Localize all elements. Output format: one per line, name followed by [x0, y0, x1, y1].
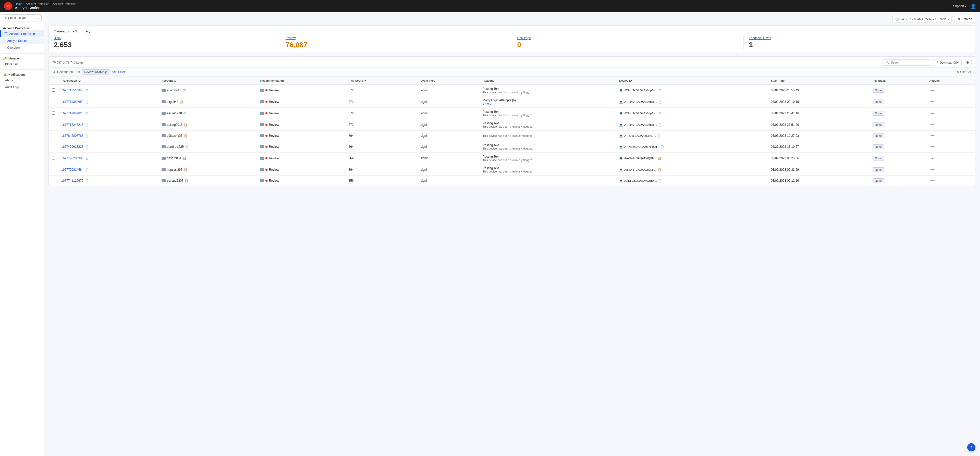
refresh-button[interactable]: ↻ Refresh: [954, 16, 975, 22]
service-selector[interactable]: ⊞ Select service ▾: [2, 14, 41, 21]
table-settings-button[interactable]: ⚙: [964, 59, 972, 66]
copy-icon[interactable]: 📋: [85, 168, 89, 171]
row-checkbox[interactable]: [52, 100, 55, 103]
transaction-id-link[interactable]: 1677420613228: [61, 145, 83, 148]
transaction-id-link[interactable]: 1677719388659: [61, 100, 83, 103]
actions-menu-button[interactable]: •••: [929, 87, 936, 93]
feedback-badge[interactable]: None: [873, 122, 884, 127]
user-icon-button[interactable]: 👤: [970, 3, 976, 9]
transaction-id-link[interactable]: 1677718247215: [61, 123, 83, 127]
col-header-recommendation[interactable]: Recommendation: [257, 76, 345, 85]
feedback-badge[interactable]: None: [873, 111, 884, 116]
actions-menu-button[interactable]: •••: [929, 144, 936, 149]
actions-menu-button[interactable]: •••: [929, 122, 936, 127]
col-header-device-id[interactable]: Device ID: [616, 76, 768, 85]
device-copy-icon[interactable]: 📋: [658, 157, 661, 160]
add-filter-button[interactable]: Add Filter: [112, 70, 125, 74]
breadcrumb-home[interactable]: Home: [15, 2, 22, 5]
feedback-badge[interactable]: None: [873, 88, 884, 93]
row-checkbox[interactable]: [52, 168, 55, 171]
account-copy-icon[interactable]: 📋: [184, 123, 187, 127]
col-header-risk-score[interactable]: Risk Score ▼: [345, 76, 417, 85]
device-copy-icon[interactable]: 📋: [658, 168, 661, 172]
transaction-id-link[interactable]: 1677717682828: [61, 111, 83, 115]
row-checkbox[interactable]: [52, 179, 55, 182]
sidebar-item-overview[interactable]: Overview: [0, 44, 44, 51]
summary-item-review-label[interactable]: Review: [286, 36, 507, 40]
device-copy-icon[interactable]: 📋: [658, 179, 662, 183]
account-copy-icon[interactable]: 📋: [184, 168, 187, 172]
copy-icon[interactable]: 📋: [85, 179, 89, 182]
transaction-id-link[interactable]: 1677842807767: [61, 134, 83, 138]
summary-item-challenge-label[interactable]: Challenge: [517, 36, 738, 40]
actions-menu-button[interactable]: •••: [929, 99, 936, 105]
sidebar-item-analyst-station[interactable]: Analyst Station: [0, 38, 44, 44]
search-input[interactable]: [891, 61, 928, 64]
actions-menu-button[interactable]: •••: [929, 178, 936, 183]
col-header-reasons[interactable]: Reasons: [479, 76, 616, 85]
feedback-cell: None: [870, 141, 926, 153]
download-csv-button[interactable]: ⬇ Download CSV: [933, 59, 962, 66]
copy-icon[interactable]: 📋: [85, 157, 89, 160]
row-checkbox[interactable]: [52, 111, 55, 114]
col-header-start-time[interactable]: Start Time: [768, 76, 870, 85]
date-range-selector[interactable]: 🕐 24 Feb 12:00AM to 27 Mar 11:59PM ▾: [892, 16, 952, 22]
col-header-account-id[interactable]: Account ID: [159, 76, 257, 85]
transaction-id-link[interactable]: 1677720814584: [61, 168, 83, 172]
actions-menu-button[interactable]: •••: [929, 133, 936, 138]
filter-tag[interactable]: Review, Challenge: [82, 70, 110, 75]
device-copy-icon[interactable]: 📋: [658, 89, 662, 92]
account-copy-icon[interactable]: 📋: [183, 157, 186, 160]
device-copy-icon[interactable]: 📋: [658, 112, 662, 115]
breadcrumb-account-protection[interactable]: Account Protection: [26, 2, 49, 5]
copy-icon[interactable]: 📋: [85, 134, 89, 137]
sidebar-item-block-list[interactable]: Block List: [0, 61, 44, 68]
device-copy-icon[interactable]: 📋: [658, 100, 662, 103]
copy-icon[interactable]: 📋: [85, 123, 89, 126]
row-checkbox[interactable]: [52, 145, 55, 148]
feedback-badge[interactable]: None: [873, 167, 884, 172]
account-copy-icon[interactable]: 📋: [183, 89, 186, 92]
copy-icon[interactable]: 📋: [85, 112, 89, 115]
clear-all-button[interactable]: ✕ Clear All: [956, 70, 972, 74]
row-checkbox[interactable]: [52, 134, 55, 137]
sidebar-item-alerts[interactable]: Alerts: [0, 77, 44, 84]
actions-menu-button[interactable]: •••: [929, 167, 936, 173]
actions-menu-button[interactable]: •••: [929, 111, 936, 116]
f5-logo[interactable]: f5: [4, 2, 12, 10]
feedback-badge[interactable]: None: [873, 178, 884, 183]
account-copy-icon[interactable]: 📋: [185, 179, 188, 183]
feedback-badge[interactable]: None: [873, 100, 884, 104]
col-header-transaction-id[interactable]: Transaction ID: [58, 76, 159, 85]
support-button[interactable]: Support ▾: [953, 4, 966, 8]
account-copy-icon[interactable]: 📋: [183, 112, 187, 115]
reasons-more-link[interactable]: 2 more: [483, 102, 613, 105]
account-copy-icon[interactable]: 📋: [180, 100, 183, 103]
row-checkbox[interactable]: [52, 88, 55, 92]
row-checkbox[interactable]: [52, 123, 55, 126]
feedback-badge[interactable]: None: [873, 145, 884, 149]
actions-menu-button[interactable]: •••: [929, 156, 936, 161]
sidebar-item-account-protection[interactable]: 🛡 Account Protection: [0, 30, 44, 37]
account-copy-icon[interactable]: 📋: [184, 134, 187, 138]
col-header-feedback[interactable]: Feedback: [870, 76, 926, 85]
select-all-checkbox[interactable]: [52, 79, 55, 82]
feedback-badge[interactable]: None: [873, 156, 884, 160]
device-copy-icon[interactable]: 📋: [657, 134, 661, 138]
sidebar-item-audit-logs[interactable]: Audit Logs: [0, 84, 44, 91]
transaction-id-link[interactable]: 1677741115676: [61, 179, 83, 183]
col-header-event-type[interactable]: Event Type: [417, 76, 480, 85]
summary-item-feedback-given-label[interactable]: Feedback Given: [749, 36, 970, 40]
feedback-badge[interactable]: None: [873, 133, 884, 138]
copy-icon[interactable]: 📋: [85, 145, 89, 148]
device-copy-icon[interactable]: 📋: [658, 123, 662, 127]
transaction-id-link[interactable]: 1677718518850: [61, 89, 83, 92]
row-checkbox[interactable]: [52, 156, 55, 159]
copy-icon[interactable]: 📋: [85, 100, 89, 103]
account-copy-icon[interactable]: 📋: [185, 145, 189, 148]
copy-icon[interactable]: 📋: [85, 89, 89, 92]
device-copy-icon[interactable]: 📋: [660, 145, 664, 148]
transaction-id-link[interactable]: 1677720288909: [61, 156, 83, 160]
help-button[interactable]: ?: [967, 443, 975, 451]
summary-item-block-label[interactable]: Block: [54, 36, 275, 40]
